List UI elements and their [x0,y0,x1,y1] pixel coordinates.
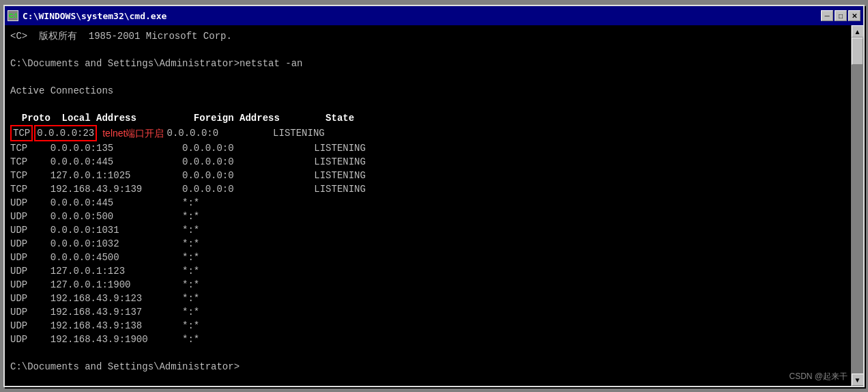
table-row: UDP 127.0.0.1:123 *:* [10,264,845,278]
blank-line [10,43,845,57]
bottom-prompt: C:\Documents and Settings\Administrator> [10,360,845,374]
table-header: Proto Local Address Foreign Address Stat… [10,111,845,125]
table-row: UDP 192.168.43.9:1900 *:* [10,333,845,346]
row-text: UDP 0.0.0.0:4500 *:* [10,251,314,264]
foreign-address: 0.0.0.0:0 [167,126,218,140]
table-row: TCP 0.0.0.0:445 0.0.0.0:0 LISTENING [10,155,845,169]
table-row: UDP 127.0.0.1:1900 *:* [10,278,845,292]
window-icon: C:\ [8,10,18,21]
title-bar-left: C:\ C:\WINDOWS\system32\cmd.exe [8,10,167,21]
window-title: C:\WINDOWS\system32\cmd.exe [23,11,167,21]
cmd-wrapper: <C> 版权所有 1985-2001 Microsoft Corp. C:\Do… [5,25,863,386]
table-row: UDP 0.0.0.0:1031 *:* [10,223,845,237]
row-text: UDP 127.0.0.1:1900 *:* [10,278,314,292]
blank-line2 [10,70,845,84]
cmd-window: C:\ C:\WINDOWS\system32\cmd.exe ─ □ ✕ <C… [3,5,865,387]
active-connections-line: Active Connections [10,84,845,98]
title-bar: C:\ C:\WINDOWS\system32\cmd.exe ─ □ ✕ [5,6,863,25]
watermark: CSDN @起来干 [789,371,848,382]
highlighted-proto: TCP [10,125,33,141]
maximize-button[interactable]: □ [835,10,847,21]
row-text: UDP 0.0.0.0:1031 *:* [10,223,314,237]
table-row: TCP 192.168.43.9:139 0.0.0.0:0 LISTENING [10,182,845,196]
row-text: TCP 127.0.0.1:1025 0.0.0.0:0 LISTENING [10,169,366,182]
blank-line3 [10,98,845,111]
table-row: TCP 0.0.0.0:135 0.0.0.0:0 LISTENING [10,141,845,155]
table-rows: TCP0.0.0.0:23telnet端口开启0.0.0.0:0LISTENIN… [10,125,845,346]
table-row: TCP0.0.0.0:23telnet端口开启0.0.0.0:0LISTENIN… [10,125,845,141]
table-row: UDP 0.0.0.0:4500 *:* [10,251,845,264]
row-text: UDP 192.168.43.9:138 *:* [10,319,314,333]
row-text: TCP 192.168.43.9:139 0.0.0.0:0 LISTENING [10,182,366,196]
row-text: UDP 192.168.43.9:123 *:* [10,292,314,305]
row-text: UDP 192.168.43.9:137 *:* [10,305,314,319]
blank-line4 [10,346,845,360]
copyright-line: <C> 版权所有 1985-2001 Microsoft Corp. [10,29,845,43]
row-text: UDP 127.0.0.1:123 *:* [10,264,314,278]
scroll-down-button[interactable]: ▼ [852,374,864,386]
minimize-button[interactable]: ─ [821,10,833,21]
cmd-content[interactable]: <C> 版权所有 1985-2001 Microsoft Corp. C:\Do… [5,25,851,386]
row-text: UDP 0.0.0.0:500 *:* [10,210,314,223]
table-row: UDP 192.168.43.9:123 *:* [10,292,845,305]
table-row: UDP 192.168.43.9:137 *:* [10,305,845,319]
prompt-command-line: C:\Documents and Settings\Administrator>… [10,57,845,70]
row-text: TCP 0.0.0.0:445 0.0.0.0:0 LISTENING [10,155,366,169]
close-button[interactable]: ✕ [848,10,860,21]
row-text: UDP 192.168.43.9:1900 *:* [10,333,314,346]
table-row: UDP 0.0.0.0:1032 *:* [10,237,845,251]
scrollbar[interactable]: ▲ ▼ [851,25,863,386]
state: LISTENING [273,126,325,140]
row-text: UDP 0.0.0.0:1032 *:* [10,237,314,251]
cmd-body: <C> 版权所有 1985-2001 Microsoft Corp. C:\Do… [5,25,863,386]
title-buttons: ─ □ ✕ [821,10,860,21]
scroll-up-button[interactable]: ▲ [852,25,864,38]
scroll-thumb[interactable] [852,38,863,65]
row-text: UDP 0.0.0.0:445 *:* [10,196,314,210]
table-row: UDP 0.0.0.0:445 *:* [10,196,845,210]
row-text: TCP 0.0.0.0:135 0.0.0.0:0 LISTENING [10,141,366,155]
table-row: UDP 192.168.43.9:138 *:* [10,319,845,333]
telnet-annotation: telnet端口开启 [102,126,164,140]
table-row: TCP 127.0.0.1:1025 0.0.0.0:0 LISTENING [10,169,845,182]
table-row: UDP 0.0.0.0:500 *:* [10,210,845,223]
scroll-track [852,38,863,374]
highlighted-local: 0.0.0.0:23 [34,125,97,141]
